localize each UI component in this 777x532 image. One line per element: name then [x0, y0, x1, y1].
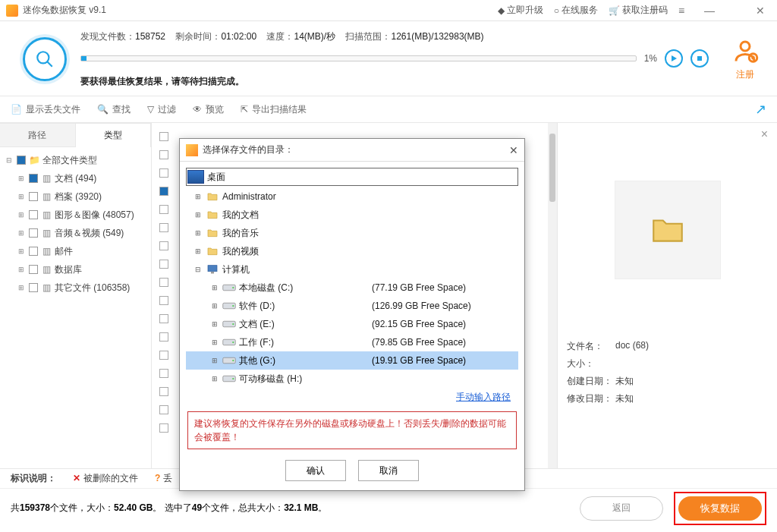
svg-point-11 — [232, 287, 234, 288]
close-button[interactable]: ✕ — [756, 5, 771, 17]
preview-mdate: 未知 — [615, 392, 634, 405]
status-bar: 共159378个文件，大小：52.40 GB。 选中了49个文件，总共大小：32… — [0, 488, 777, 527]
svg-marker-2 — [672, 55, 677, 61]
svg-point-4 — [741, 42, 750, 51]
register-button[interactable]: 注册 — [731, 37, 759, 81]
tree-root[interactable]: ⊟📁全部文件类型 — [3, 151, 148, 169]
dialog-ok-button[interactable]: 确认 — [285, 460, 346, 481]
dir-row[interactable]: ⊞我的音乐 — [186, 224, 518, 242]
app-icon — [6, 5, 18, 17]
find-button[interactable]: 🔍查找 — [97, 103, 131, 116]
tree-item[interactable]: ⊞▥其它文件 (106358) — [3, 279, 148, 297]
dialog-title: 选择保存文件的目录： — [203, 143, 509, 156]
preview-button[interactable]: 👁预览 — [193, 103, 224, 116]
app-title: 迷你兔数据恢复 v9.1 — [23, 4, 106, 17]
tree-item[interactable]: ⊞▥档案 (3920) — [3, 187, 148, 206]
desktop-row[interactable]: 桌面 — [186, 168, 518, 186]
scan-icon — [23, 37, 67, 81]
svg-point-17 — [232, 342, 234, 343]
tree-item[interactable]: ⊞▥文档 (494) — [3, 169, 148, 187]
svg-point-13 — [232, 305, 234, 307]
filter-button[interactable]: ▽过滤 — [147, 103, 176, 116]
toolbar: 📄显示丢失文件 🔍查找 ▽过滤 👁预览 ⇱导出扫描结果 ↗ — [0, 96, 777, 123]
menu-icon[interactable]: ≡ — [678, 5, 694, 17]
svg-point-15 — [232, 323, 234, 325]
dialog-close-icon[interactable]: ✕ — [509, 144, 518, 156]
preview-cdate: 未知 — [615, 375, 634, 388]
tree-item[interactable]: ⊞▥邮件 — [3, 242, 148, 260]
show-lost-button[interactable]: 📄显示丢失文件 — [11, 103, 80, 116]
dir-row[interactable]: ⊞其他 (G:)(19.91 GB Free Space) — [186, 351, 518, 370]
scan-header: 发现文件数：158752 剩余时间：01:02:00 速度：14(MB)/秒 扫… — [0, 21, 777, 96]
titlebar-actions: ◆立即升级 ○在线服务 🛒获取注册码 ≡ — ✕ — [498, 4, 771, 17]
stop-button[interactable] — [690, 49, 709, 68]
dir-row[interactable]: ⊞文档 (E:)(92.15 GB Free Space) — [186, 315, 518, 333]
preview-filename: doc (68) — [615, 340, 649, 353]
svg-point-21 — [232, 378, 234, 379]
dir-row[interactable]: ⊞我的文档 — [186, 206, 518, 224]
scrollbar[interactable] — [548, 123, 557, 468]
svg-line-1 — [47, 61, 52, 67]
dir-row[interactable]: ⊞可动移磁盘 (H:) — [186, 370, 518, 388]
tree-item[interactable]: ⊞▥图形＆图像 (48057) — [3, 206, 148, 224]
preview-pane: × 文件名：doc (68) 大小： 创建日期：未知 修改日期：未知 — [557, 123, 777, 468]
preview-close-icon[interactable]: × — [761, 127, 768, 141]
dialog-icon — [186, 144, 198, 156]
save-dialog: 选择保存文件的目录： ✕ 桌面 ⊞Administrator⊞我的文档⊞我的音乐… — [179, 138, 525, 491]
svg-point-0 — [37, 52, 49, 63]
dir-row[interactable]: ⊟计算机 — [186, 260, 518, 279]
dialog-cancel-button[interactable]: 取消 — [358, 460, 419, 481]
get-regcode-link[interactable]: 🛒获取注册码 — [609, 4, 668, 17]
scan-stats: 发现文件数：158752 剩余时间：01:02:00 速度：14(MB)/秒 扫… — [80, 30, 709, 43]
svg-rect-9 — [211, 272, 214, 273]
progress-percent: 1% — [644, 53, 657, 64]
tree-item[interactable]: ⊞▥数据库 — [3, 260, 148, 279]
preview-thumbnail — [615, 181, 721, 279]
dir-row[interactable]: ⊞我的视频 — [186, 242, 518, 260]
type-tree: ⊟📁全部文件类型 ⊞▥文档 (494)⊞▥档案 (3920)⊞▥图形＆图像 (4… — [0, 147, 151, 301]
back-button[interactable]: 返回 — [580, 496, 663, 521]
export-button[interactable]: ⇱导出扫描结果 — [241, 103, 307, 116]
status-text: 共159378个文件，大小：52.40 GB。 选中了49个文件，总共大小：32… — [11, 502, 327, 515]
minimize-button[interactable]: — — [704, 5, 719, 17]
sidebar: 路径 类型 ⊟📁全部文件类型 ⊞▥文档 (494)⊞▥档案 (3920)⊞▥图形… — [0, 123, 152, 468]
tab-type[interactable]: 类型 — [76, 123, 152, 147]
tab-path[interactable]: 路径 — [0, 123, 76, 147]
online-service-link[interactable]: ○在线服务 — [554, 4, 598, 17]
dir-row[interactable]: ⊞Administrator — [186, 187, 518, 206]
dialog-warning: 建议将恢复的文件保存在另外的磁盘或移动硬盘上！否则丢失/删除的数据可能会被覆盖！ — [187, 411, 517, 449]
recover-button[interactable]: 恢复数据 — [678, 496, 762, 521]
share-icon[interactable]: ↗ — [755, 101, 766, 118]
manual-path-link[interactable]: 手动输入路径 — [456, 392, 511, 402]
svg-rect-8 — [208, 266, 217, 272]
progress-bar — [80, 55, 637, 61]
scan-tip: 要获得最佳恢复结果，请等待扫描完成。 — [80, 75, 709, 88]
upgrade-link[interactable]: ◆立即升级 — [498, 4, 543, 17]
svg-point-19 — [232, 360, 234, 361]
dir-row[interactable]: ⊞软件 (D:)(126.99 GB Free Space) — [186, 297, 518, 315]
titlebar: 迷你兔数据恢复 v9.1 ◆立即升级 ○在线服务 🛒获取注册码 ≡ — ✕ — [0, 0, 777, 21]
tree-item[interactable]: ⊞▥音频＆视频 (549) — [3, 224, 148, 242]
dir-row[interactable]: ⊞工作 (F:)(79.85 GB Free Space) — [186, 333, 518, 351]
dir-row[interactable]: ⊞本地磁盘 (C:)(77.19 GB Free Space) — [186, 279, 518, 297]
play-button[interactable] — [665, 49, 683, 68]
svg-rect-3 — [697, 56, 702, 61]
